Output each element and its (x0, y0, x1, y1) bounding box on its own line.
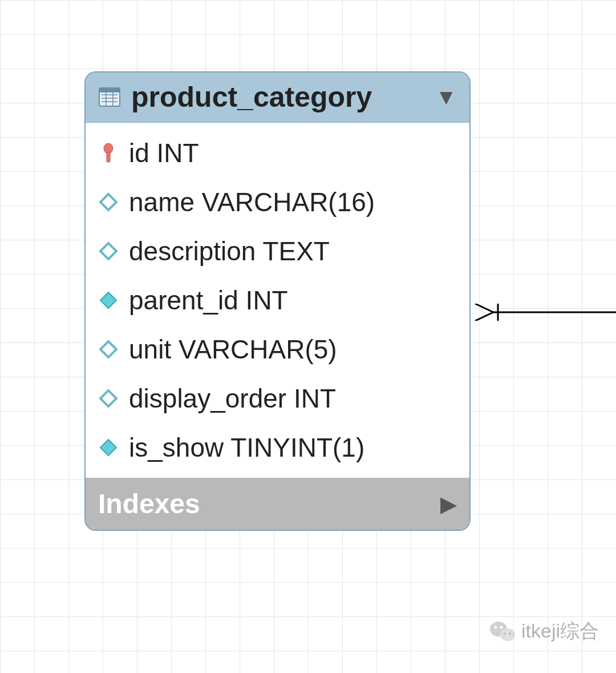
svg-line-10 (475, 304, 493, 312)
expand-right-icon[interactable]: ▶ (440, 491, 457, 517)
table-entity[interactable]: product_category ▼ id INT name VARCHAR(1… (84, 71, 471, 531)
table-icon (98, 86, 121, 108)
indexes-footer[interactable]: Indexes ▶ (86, 478, 469, 530)
column-row[interactable]: is_show TINYINT(1) (86, 423, 469, 472)
column-row[interactable]: name VARCHAR(16) (86, 178, 469, 227)
diamond-open-icon (98, 388, 119, 409)
svg-rect-1 (99, 88, 120, 92)
column-label: description TEXT (129, 236, 330, 267)
table-header[interactable]: product_category ▼ (86, 72, 469, 123)
column-label: display_order INT (129, 383, 336, 414)
collapse-down-icon[interactable]: ▼ (435, 85, 457, 110)
column-row[interactable]: parent_id INT (86, 276, 469, 325)
column-label: parent_id INT (129, 285, 288, 316)
svg-point-14 (500, 628, 515, 641)
svg-point-18 (509, 632, 511, 635)
column-label: id INT (129, 138, 199, 168)
svg-line-11 (475, 312, 493, 321)
svg-point-15 (494, 626, 497, 629)
diamond-filled-icon (98, 437, 119, 458)
watermark-text: itkeji综合 (521, 618, 599, 644)
columns-container: id INT name VARCHAR(16) description TEXT… (86, 123, 469, 478)
column-row[interactable]: display_order INT (86, 374, 469, 423)
indexes-label: Indexes (98, 488, 200, 519)
diamond-open-icon (98, 241, 119, 261)
column-label: is_show TINYINT(1) (129, 432, 364, 463)
svg-point-16 (500, 626, 502, 629)
column-label: name VARCHAR(16) (129, 187, 375, 217)
svg-rect-8 (107, 152, 110, 162)
diamond-filled-icon (98, 290, 119, 311)
column-row[interactable]: unit VARCHAR(5) (86, 325, 469, 374)
diamond-open-icon (98, 192, 119, 212)
table-name: product_category (131, 80, 425, 114)
column-row[interactable]: description TEXT (86, 227, 469, 276)
watermark: itkeji综合 (489, 618, 599, 644)
diamond-open-icon (98, 339, 119, 360)
column-row[interactable]: id INT (86, 128, 469, 178)
relationship-connector (471, 304, 616, 321)
primary-key-icon (98, 143, 119, 163)
column-label: unit VARCHAR(5) (129, 334, 337, 365)
wechat-icon (489, 620, 516, 643)
svg-point-17 (504, 632, 506, 635)
